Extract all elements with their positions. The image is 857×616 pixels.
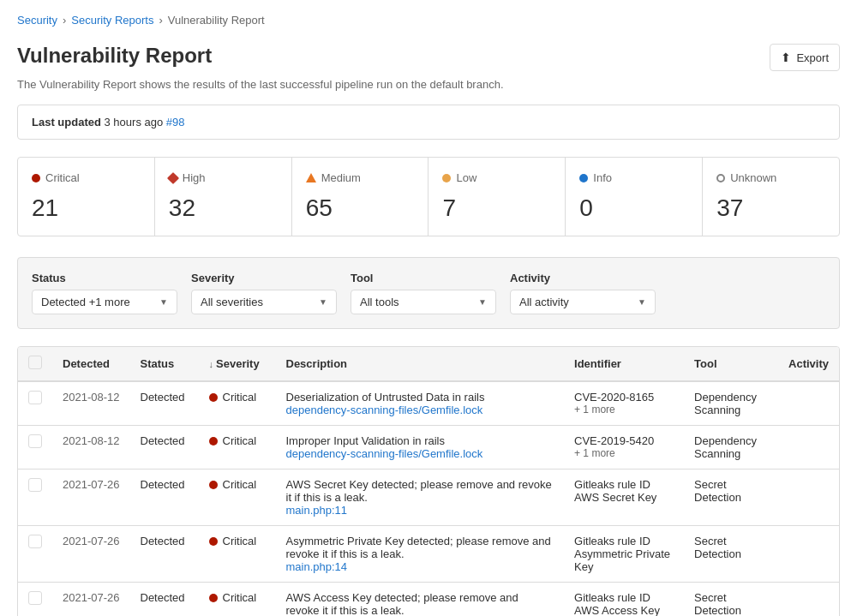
chevron-down-icon: ▼ [478, 297, 487, 307]
severity-cards: Critical 21 High 32 Medium 65 Low [17, 157, 840, 236]
row-date: 2021-07-26 [52, 469, 130, 526]
table-row: 2021-07-26 Detected Critical AWS Secret … [18, 469, 839, 526]
filter-status-value: Detected +1 more [41, 296, 130, 308]
row-severity: Critical [199, 381, 276, 426]
row-date: 2021-07-26 [52, 583, 130, 617]
medium-count: 65 [306, 194, 415, 222]
filter-severity-select[interactable]: All severities ▼ [191, 290, 337, 314]
row-tool: Secret Detection [684, 469, 778, 526]
row-checkbox[interactable] [28, 478, 42, 492]
high-icon [167, 171, 179, 183]
row-identifier: CVE-2020-8165 + 1 more [564, 381, 684, 426]
col-tool: Tool [684, 347, 778, 381]
info-icon [579, 174, 588, 182]
last-updated-time-value: 3 hours ago [105, 116, 164, 129]
export-icon: ⬆ [781, 51, 791, 64]
low-count: 7 [442, 194, 551, 222]
chevron-down-icon: ▼ [319, 297, 327, 307]
filter-activity-value: All activity [519, 296, 569, 308]
critical-icon [32, 174, 40, 182]
last-updated-label: Last updated [32, 116, 101, 129]
filter-activity-group: Activity All activity ▼ [510, 272, 656, 314]
severity-card-info: Info 0 [566, 158, 703, 236]
row-severity: Critical [199, 469, 276, 526]
breadcrumb: Security › Security Reports › Vulnerabil… [17, 14, 840, 27]
row-activity [778, 469, 839, 526]
unknown-icon [716, 174, 725, 182]
row-severity: Critical [199, 426, 276, 469]
row-date: 2021-07-26 [52, 526, 130, 583]
severity-dot-icon [209, 537, 218, 546]
table-row: 2021-08-12 Detected Critical Improper In… [18, 426, 839, 469]
table-row: 2021-08-12 Detected Critical Deserializa… [18, 381, 839, 426]
row-status: Detected [130, 426, 199, 469]
breadcrumb-security-reports[interactable]: Security Reports [71, 14, 153, 27]
row-description: Deserialization of Untrusted Data in rai… [276, 381, 565, 426]
filter-severity-label: Severity [191, 272, 337, 284]
row-date: 2021-08-12 [52, 426, 130, 469]
table-row: 2021-07-26 Detected Critical AWS Access … [18, 583, 839, 617]
filter-severity-group: Severity All severities ▼ [191, 272, 337, 314]
row-description: Asymmetric Private Key detected; please … [276, 526, 565, 583]
row-checkbox[interactable] [28, 535, 42, 548]
description-link[interactable]: main.php:11 [286, 504, 554, 517]
severity-dot-icon [209, 594, 218, 602]
description-link[interactable]: dependency-scanning-files/Gemfile.lock [286, 447, 554, 460]
sort-icon[interactable]: ↓ [209, 359, 217, 369]
row-activity [778, 381, 839, 426]
row-identifier: Gitleaks rule ID AWS Secret Key [564, 469, 684, 526]
filter-tool-value: All tools [360, 296, 399, 308]
info-count: 0 [579, 194, 688, 222]
low-icon [442, 174, 451, 182]
filter-activity-label: Activity [510, 272, 656, 284]
row-description: AWS Access Key detected; please remove a… [276, 583, 565, 617]
severity-card-unknown: Unknown 37 [703, 158, 839, 236]
row-status: Detected [130, 381, 199, 426]
row-checkbox[interactable] [28, 391, 42, 404]
filter-activity-select[interactable]: All activity ▼ [510, 290, 656, 314]
row-activity [778, 526, 839, 583]
filter-status-select[interactable]: Detected +1 more ▼ [32, 290, 177, 314]
high-count: 32 [169, 194, 278, 222]
row-activity [778, 583, 839, 617]
breadcrumb-security[interactable]: Security [17, 14, 57, 27]
row-status: Detected [130, 469, 199, 526]
filter-tool-label: Tool [351, 272, 496, 284]
col-detected: Detected [52, 347, 130, 381]
severity-dot-icon [209, 437, 218, 446]
severity-card-medium: Medium 65 [292, 158, 429, 236]
col-severity: ↓ Severity [199, 347, 276, 381]
row-status: Detected [130, 526, 199, 583]
filter-tool-select[interactable]: All tools ▼ [351, 290, 496, 314]
severity-dot-icon [209, 481, 218, 489]
col-status: Status [130, 347, 199, 381]
row-date: 2021-08-12 [52, 381, 130, 426]
severity-card-high: High 32 [155, 158, 292, 236]
filter-status-label: Status [32, 272, 177, 284]
row-identifier: CVE-2019-5420 + 1 more [564, 426, 684, 469]
pipeline-link[interactable]: #98 [166, 116, 185, 129]
medium-icon [306, 173, 316, 182]
row-tool: Dependency Scanning [684, 381, 778, 426]
unknown-count: 37 [716, 194, 825, 222]
row-activity [778, 426, 839, 469]
row-checkbox[interactable] [28, 434, 42, 448]
description-link[interactable]: dependency-scanning-files/Gemfile.lock [286, 404, 554, 416]
chevron-down-icon: ▼ [159, 297, 168, 307]
select-all-checkbox[interactable] [28, 356, 42, 369]
row-tool: Secret Detection [684, 583, 778, 617]
severity-card-critical: Critical 21 [18, 158, 155, 236]
critical-count: 21 [32, 194, 141, 222]
row-checkbox[interactable] [28, 591, 42, 605]
row-identifier: Gitleaks rule ID Asymmetric Private Key [564, 526, 684, 583]
col-description: Description [276, 347, 565, 381]
last-updated-box: Last updated 3 hours ago #98 [17, 105, 840, 140]
breadcrumb-current: Vulnerability Report [168, 14, 265, 27]
export-button[interactable]: ⬆ Export [770, 44, 840, 71]
severity-card-low: Low 7 [428, 158, 566, 236]
filter-status-group: Status Detected +1 more ▼ [32, 272, 177, 314]
description-link[interactable]: main.php:14 [286, 560, 554, 573]
row-severity: Critical [199, 583, 276, 617]
page-subtitle: The Vulnerability Report shows the resul… [17, 78, 840, 91]
table-row: 2021-07-26 Detected Critical Asymmetric … [18, 526, 839, 583]
